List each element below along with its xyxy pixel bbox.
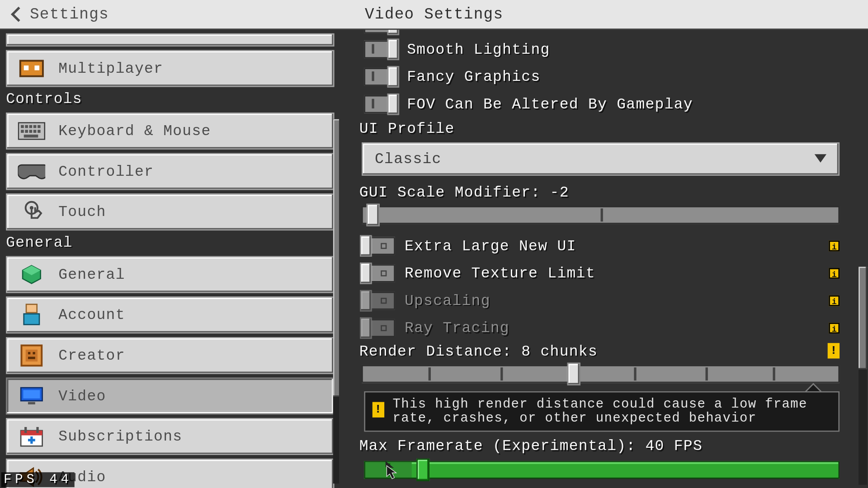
sidebar-item-multiplayer[interactable]: Multiplayer [6, 50, 334, 87]
sidebar-item-account[interactable]: Account [6, 296, 334, 333]
svg-rect-32 [36, 427, 38, 433]
touch-icon [18, 198, 46, 226]
svg-rect-2 [34, 66, 39, 70]
sidebar-item-label: General [58, 266, 125, 283]
subscriptions-icon [18, 423, 46, 450]
chevron-down-icon [815, 154, 826, 162]
info-icon[interactable]: i [829, 296, 840, 306]
main-panel: Smooth Lighting Fancy Graphics FOV Can B… [339, 30, 868, 488]
creator-icon [18, 342, 46, 370]
section-general: General [6, 234, 334, 251]
content-area: Multiplayer Controls Keyboard & Mouse Co… [0, 30, 868, 488]
gui-scale-slider[interactable] [362, 206, 840, 224]
svg-rect-12 [33, 130, 37, 133]
info-icon[interactable]: i [829, 323, 840, 333]
max-framerate-slider[interactable] [364, 461, 840, 479]
info-icon[interactable]: i [829, 268, 840, 279]
svg-rect-11 [29, 130, 33, 133]
toggle-label: Extra Large New UI [405, 237, 576, 254]
account-icon [18, 301, 46, 329]
sidebar-item-label: Touch [58, 203, 106, 221]
cursor-icon [386, 465, 395, 478]
sidebar-item-video[interactable]: Video [6, 378, 334, 415]
ui-profile-value: Classic [375, 150, 442, 168]
warning-text: This high render distance could cause a … [393, 397, 807, 426]
ui-profile-title: UI Profile [359, 120, 455, 137]
controller-icon [18, 158, 46, 185]
svg-rect-22 [26, 350, 38, 361]
toggle-label: Smooth Lighting [407, 41, 550, 58]
render-distance-slider[interactable] [362, 365, 840, 383]
sidebar-item-touch[interactable]: Touch [6, 193, 334, 230]
render-distance-title: Render Distance: 8 chunks [359, 343, 598, 360]
main-scrollbar[interactable] [859, 267, 867, 484]
sidebar-item-label: Subscriptions [58, 428, 182, 445]
tooltip-arrow-icon [805, 383, 822, 391]
svg-rect-31 [24, 427, 27, 433]
sidebar-item-peek[interactable] [6, 33, 334, 47]
gui-scale-title: GUI Scale Modifier: -2 [359, 184, 569, 201]
svg-point-16 [30, 206, 33, 210]
sidebar-item-label: Account [58, 306, 125, 324]
svg-rect-5 [25, 125, 28, 128]
sidebar-item-label: Video [58, 387, 106, 404]
svg-rect-23 [28, 352, 30, 354]
toggle-fov-gameplay[interactable] [364, 95, 397, 113]
sidebar-item-label: Keyboard & Mouse [58, 122, 211, 140]
max-framerate-title: Max Framerate (Experimental): 40 FPS [359, 438, 703, 455]
toggle-label: Ray Tracing [405, 319, 509, 337]
sidebar-scrollbar[interactable] [333, 119, 339, 484]
toggle-extra-large-ui[interactable] [362, 237, 395, 255]
toggle-label: Upscaling [405, 292, 491, 309]
toggle-upscaling [362, 292, 395, 310]
svg-rect-20 [24, 314, 39, 325]
toggle-remove-texture-limit[interactable] [362, 264, 395, 282]
top-bar: Settings Video Settings [0, 0, 868, 30]
info-icon[interactable]: i [829, 240, 840, 251]
main-scrollbar-thumb[interactable] [859, 267, 867, 369]
sidebar-item-keyboard-mouse[interactable]: Keyboard & Mouse [6, 113, 334, 150]
svg-rect-30 [21, 431, 42, 436]
page-title: Video Settings [0, 5, 868, 23]
general-icon [18, 261, 46, 288]
keyboard-icon [18, 117, 46, 145]
toggle-label: FOV Can Be Altered By Gameplay [407, 96, 693, 113]
back-label[interactable]: Settings [30, 5, 109, 23]
toggle-label: Fancy Graphics [407, 68, 540, 85]
sidebar-item-label: Creator [58, 347, 125, 364]
toggle-smooth-lighting[interactable] [364, 41, 397, 59]
sidebar-item-general[interactable]: General [6, 256, 334, 293]
multiplayer-icon [18, 55, 46, 82]
toggle-label: Remove Texture Limit [405, 265, 595, 282]
svg-rect-6 [29, 125, 33, 128]
toggle-ray-tracing [362, 319, 395, 337]
video-icon [18, 382, 46, 410]
svg-rect-27 [23, 390, 40, 398]
back-icon[interactable] [11, 7, 26, 22]
svg-rect-14 [24, 135, 38, 138]
sidebar-item-creator[interactable]: Creator [6, 337, 334, 374]
toggle-fancy-graphics[interactable] [364, 68, 397, 86]
sidebar-item-label: Controller [58, 163, 154, 180]
svg-rect-13 [38, 130, 41, 133]
svg-rect-0 [20, 61, 43, 76]
sidebar-scrollbar-thumb[interactable] [333, 119, 339, 397]
sidebar-item-subscriptions[interactable]: Subscriptions [6, 418, 334, 455]
svg-rect-7 [33, 125, 37, 128]
svg-rect-10 [25, 130, 28, 133]
warning-icon: ! [373, 402, 384, 418]
svg-rect-8 [38, 125, 41, 128]
svg-rect-9 [21, 130, 24, 133]
svg-rect-28 [28, 402, 35, 404]
sidebar: Multiplayer Controls Keyboard & Mouse Co… [0, 30, 339, 488]
svg-rect-25 [28, 357, 35, 359]
svg-marker-36 [387, 466, 396, 479]
svg-rect-24 [33, 352, 35, 354]
sidebar-item-controller[interactable]: Controller [6, 153, 334, 190]
svg-rect-4 [21, 125, 24, 128]
fps-overlay: FPS 44 [1, 472, 75, 487]
render-distance-warning: ! This high render distance could cause … [364, 391, 840, 432]
warning-icon[interactable]: ! [828, 343, 840, 358]
sidebar-item-label: Multiplayer [58, 60, 163, 77]
ui-profile-dropdown[interactable]: Classic [362, 142, 840, 176]
